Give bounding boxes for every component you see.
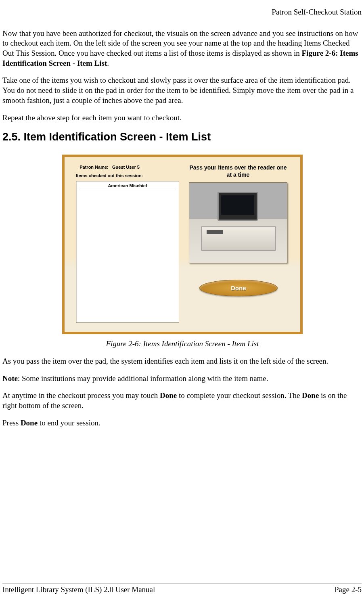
patron-name-row: Patron Name: Guest User 5	[76, 164, 179, 170]
footer-left: Intelligent Library System (ILS) 2.0 Use…	[2, 585, 155, 595]
press-done-c: to end your session.	[38, 419, 100, 427]
items-list-box: American Mischief	[76, 181, 179, 323]
done-bold-2: Done	[302, 391, 319, 400]
figure-container: Patron Name: Guest User 5 Items checked …	[2, 155, 362, 349]
footer-rule	[2, 584, 362, 584]
reader-instruction: Pass your items over the reader one at a…	[188, 164, 288, 178]
paragraph-press-done: Press Done to end your session.	[2, 418, 362, 428]
page-header-right: Patron Self-Checkout Station	[2, 7, 362, 17]
press-done-bold: Done	[21, 419, 38, 427]
paragraph-intro-text-c: .	[107, 59, 109, 67]
patron-name-value: Guest User 5	[112, 164, 140, 170]
paragraph-done-info: At anytime in the checkout process you m…	[2, 391, 362, 410]
left-panel: Patron Name: Guest User 5 Items checked …	[76, 164, 179, 323]
paragraph-after-figure-1: As you pass the item over the pad, the s…	[2, 356, 362, 366]
done-bold-1: Done	[160, 391, 177, 400]
footer-right: Page 2-5	[335, 585, 362, 595]
done-info-c: to complete your checkout session. The	[177, 391, 302, 400]
reader-slot-icon	[207, 230, 223, 234]
patron-name-label: Patron Name:	[76, 164, 112, 170]
paragraph-intro: Now that you have been authorized for ch…	[2, 29, 362, 69]
done-button[interactable]: Done	[199, 280, 278, 296]
page-footer: Intelligent Library System (ILS) 2.0 Use…	[2, 584, 362, 595]
session-label-row: Items checked out this session:	[76, 173, 179, 178]
monitor-icon	[218, 192, 258, 221]
paragraph-note: Note: Some institutions may provide addi…	[2, 374, 362, 384]
figure-screenshot: Patron Name: Guest User 5 Items checked …	[62, 155, 303, 334]
done-button-label: Done	[231, 284, 246, 292]
press-done-a: Press	[2, 419, 21, 427]
figure-caption: Figure 2-6: Items Identification Screen …	[2, 339, 362, 349]
paragraph-instructions: Take one of the items you wish to checko…	[2, 75, 362, 105]
note-label: Note	[2, 374, 18, 383]
list-item: American Mischief	[78, 183, 177, 189]
done-info-a: At anytime in the checkout process you m…	[2, 391, 160, 400]
paragraph-repeat: Repeat the above step for each item you …	[2, 113, 362, 123]
session-label: Items checked out this session:	[76, 173, 143, 178]
reader-photo	[189, 182, 287, 263]
reader-base-icon	[201, 226, 276, 251]
section-heading: 2.5. Item Identification Screen - Item L…	[2, 130, 362, 144]
note-text: : Some institutions may provide addition…	[18, 374, 268, 383]
right-panel: Pass your items over the reader one at a…	[188, 164, 288, 263]
